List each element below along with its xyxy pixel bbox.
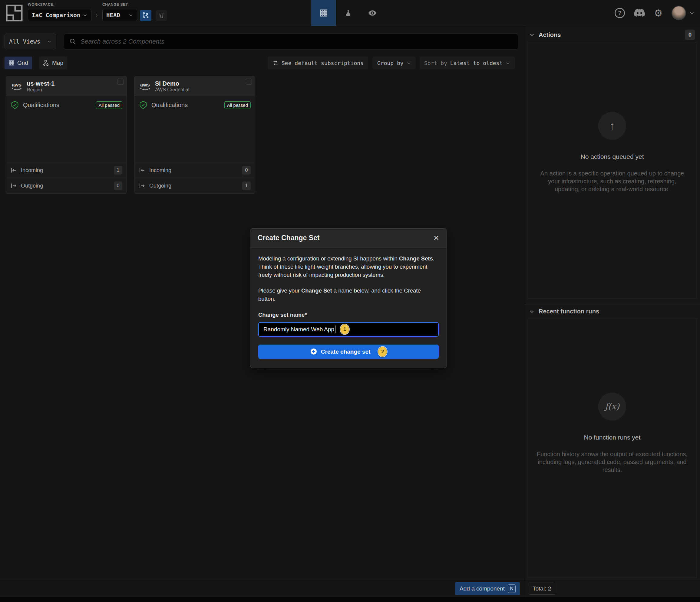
incoming-row[interactable]: Incoming 0 xyxy=(134,162,255,178)
text-caret xyxy=(335,325,335,333)
system-initiative-logo[interactable] xyxy=(5,4,23,22)
changeset-name-value: Randomly Named Web App xyxy=(264,325,334,334)
chevron-down-icon xyxy=(83,13,88,18)
function-runs-empty-description: Function history shows the output of exe… xyxy=(534,450,691,474)
breadcrumb-separator: › xyxy=(96,11,98,19)
chevron-down-icon xyxy=(529,32,535,37)
modal-header: Create Change Set ✕ xyxy=(250,229,447,247)
qualifications-status-badge: All passed xyxy=(96,101,122,109)
outgoing-count-badge: 1 xyxy=(242,182,251,190)
up-arrow-icon: ↑ xyxy=(598,112,626,140)
qualifications-row[interactable]: Qualifications All passed xyxy=(134,96,255,114)
actions-count-badge: 0 xyxy=(685,30,695,40)
create-changeset-submit-button[interactable]: Create change set 2 xyxy=(258,345,439,359)
card-spacer xyxy=(134,114,255,162)
right-panel: Actions 0 ↑ No actions queued yet An act… xyxy=(524,26,700,597)
add-component-label: Add a component xyxy=(459,585,505,592)
annotation-badge-2: 2 xyxy=(378,347,387,357)
see-default-subscriptions-label: See default subscriptions xyxy=(281,60,364,66)
close-icon[interactable]: ✕ xyxy=(433,234,439,242)
annotation-badge-1: 1 xyxy=(340,324,349,334)
outgoing-label: Outgoing xyxy=(21,183,43,189)
sort-by-dropdown[interactable]: Sort by Latest to oldest xyxy=(420,57,515,69)
function-runs-empty-state: ƒ(x) No function runs yet Function histo… xyxy=(527,318,697,578)
chevron-down-icon xyxy=(529,309,535,314)
changeset-name-input[interactable]: Randomly Named Web App 1 xyxy=(258,322,439,337)
tab-grid[interactable] xyxy=(311,0,336,26)
incoming-row[interactable]: Incoming 1 xyxy=(6,162,127,178)
function-runs-section-header[interactable]: Recent function runs xyxy=(524,305,700,318)
grid-icon xyxy=(8,60,15,66)
group-by-dropdown[interactable]: Group by xyxy=(373,57,416,69)
map-view-label: Map xyxy=(52,60,63,66)
views-dropdown[interactable]: All Views xyxy=(4,33,56,49)
qualifications-status-badge: All passed xyxy=(224,101,251,109)
abandon-changeset-button[interactable] xyxy=(156,10,167,21)
outgoing-row[interactable]: Outgoing 0 xyxy=(6,178,127,193)
plus-circle-icon xyxy=(310,348,317,355)
total-count: Total: 2 xyxy=(529,583,555,595)
outgoing-row[interactable]: Outgoing 1 xyxy=(134,178,255,193)
flask-icon xyxy=(344,9,352,17)
discord-button[interactable] xyxy=(634,9,645,17)
add-component-button[interactable]: Add a component N xyxy=(455,582,520,595)
outgoing-arrow-icon xyxy=(139,182,145,189)
actions-title: Actions xyxy=(539,31,561,38)
view-tabs xyxy=(311,0,384,26)
help-button[interactable]: ? xyxy=(615,8,625,18)
component-type: AWS Credential xyxy=(155,87,189,93)
grid-view-button[interactable]: Grid xyxy=(4,57,32,69)
tab-review[interactable] xyxy=(360,0,384,26)
qualification-check-icon xyxy=(10,100,19,109)
function-runs-title: Recent function runs xyxy=(539,308,599,315)
views-value: All Views xyxy=(9,38,40,45)
qualifications-row[interactable]: Qualifications All passed xyxy=(6,96,127,114)
qualifications-label: Qualifications xyxy=(151,102,188,109)
tab-lab[interactable] xyxy=(336,0,360,26)
outgoing-arrow-icon xyxy=(10,182,17,189)
actions-section-header[interactable]: Actions 0 xyxy=(524,28,700,42)
map-view-button[interactable]: Map xyxy=(39,57,67,69)
settings-button[interactable]: ⚙ xyxy=(654,8,662,18)
component-checkbox[interactable] xyxy=(118,79,124,85)
grid-icon xyxy=(319,9,328,17)
trash-icon xyxy=(158,12,165,19)
changeset-dropdown[interactable]: HEAD xyxy=(102,9,137,21)
modal-title: Create Change Set xyxy=(258,234,320,242)
keyboard-shortcut-badge: N xyxy=(508,584,516,593)
outgoing-count-badge: 0 xyxy=(114,182,122,190)
component-card-us-west-1[interactable]: aws us-west-1 Region Qualifications All … xyxy=(6,76,127,193)
actions-empty-state: ↑ No actions queued yet An action is a s… xyxy=(527,42,697,299)
component-card-header: aws us-west-1 Region xyxy=(6,76,127,96)
qualification-check-icon xyxy=(139,100,148,109)
group-by-label: Group by xyxy=(377,60,404,66)
function-runs-empty-title: No function runs yet xyxy=(584,434,641,441)
discord-icon xyxy=(634,9,645,17)
outgoing-label: Outgoing xyxy=(149,183,171,189)
component-checkbox[interactable] xyxy=(246,79,252,85)
chevron-down-icon xyxy=(506,61,510,66)
create-changeset-modal: Create Change Set ✕ Modeling a configura… xyxy=(250,228,447,368)
create-changeset-button[interactable] xyxy=(140,10,151,21)
incoming-arrow-icon xyxy=(139,167,145,174)
topbar-right-controls: ? ⚙ xyxy=(615,0,695,26)
actions-empty-title: No actions queued yet xyxy=(581,153,644,160)
changeset-value: HEAD xyxy=(106,12,120,19)
component-card-header: aws SI Demo AWS Credential xyxy=(134,76,255,96)
question-mark-icon: ? xyxy=(618,10,622,16)
component-name: SI Demo xyxy=(155,80,189,87)
eye-icon xyxy=(368,8,377,18)
workspace-dropdown[interactable]: IaC Comparison xyxy=(28,9,92,21)
component-name: us-west-1 xyxy=(27,80,54,87)
search-input[interactable] xyxy=(80,37,513,45)
function-icon: ƒ(x) xyxy=(598,393,626,420)
gear-icon: ⚙ xyxy=(654,8,662,19)
user-menu[interactable] xyxy=(672,6,695,20)
grid-view-label: Grid xyxy=(17,60,28,66)
app-root: WORKSPACE: IaC Comparison › CHANGE SET: … xyxy=(0,0,700,602)
chevron-down-icon xyxy=(128,13,133,18)
canvas-footer: Add a component N xyxy=(0,580,524,597)
component-card-si-demo[interactable]: aws SI Demo AWS Credential Qualification… xyxy=(134,76,255,193)
see-default-subscriptions-button[interactable]: See default subscriptions xyxy=(268,57,368,69)
incoming-arrow-icon xyxy=(10,167,17,174)
